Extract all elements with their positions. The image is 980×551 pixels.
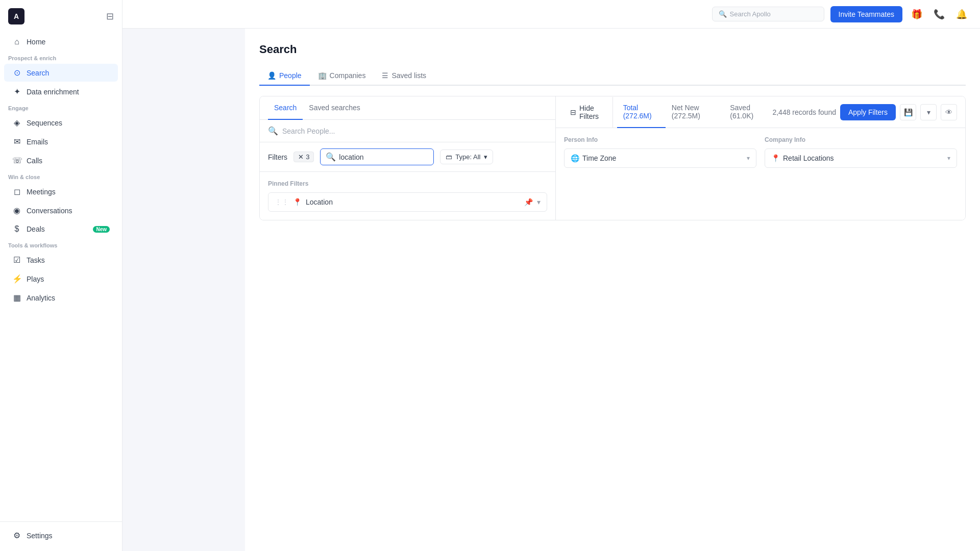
sidebar-item-emails[interactable]: ✉ Emails — [4, 133, 118, 151]
tasks-icon: ☑ — [12, 255, 21, 265]
page-title: Search — [259, 43, 966, 56]
sidebar-bottom: ⚙ Settings — [0, 521, 122, 545]
hide-filters-button[interactable]: ⊟ Hide Filters — [564, 97, 613, 128]
emails-icon: ✉ — [12, 137, 21, 146]
save-search-button[interactable]: 💾 — [900, 104, 916, 120]
timezone-filter-dropdown[interactable]: 🌐 Time Zone ▾ — [564, 148, 756, 168]
sidebar-item-label: Meetings — [27, 188, 56, 196]
plays-icon: ⚡ — [12, 274, 21, 284]
sidebar-section-tools: Tools & workflows — [0, 238, 122, 251]
left-panel-tabs: Search Saved searches — [260, 96, 555, 120]
sidebar-item-label: Settings — [27, 532, 53, 540]
gift-icon[interactable]: 🎁 — [909, 6, 925, 22]
sidebar-item-analytics[interactable]: ▦ Analytics — [4, 289, 118, 307]
more-options-button[interactable]: ▾ — [920, 104, 937, 120]
tab-label: Companies — [330, 71, 366, 80]
main-tabs: 👤 People 🏢 Companies ☰ Saved lists — [259, 66, 966, 86]
filter-item-label: Location — [306, 198, 520, 206]
sidebar-item-label: Deals — [27, 225, 45, 233]
calls-icon: ☏ — [12, 156, 21, 165]
left-tab-saved-searches[interactable]: Saved searches — [303, 96, 366, 120]
filter-item-location[interactable]: ⋮⋮ 📍 Location 📌 ▾ — [268, 192, 547, 212]
filters-label: Filters — [268, 153, 287, 161]
tab-companies[interactable]: 🏢 Companies — [310, 66, 374, 86]
drag-icon: ⋮⋮ — [275, 198, 289, 206]
sidebar-item-conversations[interactable]: ◉ Conversations — [4, 202, 118, 219]
sidebar-item-calls[interactable]: ☏ Calls — [4, 152, 118, 169]
analytics-icon: ▦ — [12, 293, 21, 303]
sidebar-item-deals[interactable]: $ Deals New — [4, 220, 118, 238]
sidebar-item-plays[interactable]: ⚡ Plays — [4, 270, 118, 288]
pinned-filters-section: Pinned Filters ⋮⋮ 📍 Location 📌 ▾ — [260, 172, 555, 220]
search-apollo-input[interactable]: 🔍 Search Apollo — [712, 7, 824, 21]
topbar: 🔍 Search Apollo Invite Teammates 🎁 📞 🔔 — [122, 0, 980, 29]
bell-icon[interactable]: 🔔 — [953, 6, 970, 22]
search-icon: ⊙ — [12, 68, 21, 78]
saved-lists-tab-icon: ☰ — [382, 71, 388, 80]
company-info-column: Company Info 📍 Retail Locations ▾ — [765, 136, 957, 168]
apply-filters-button[interactable]: Apply Filters — [840, 104, 896, 120]
pin-icon: 📌 — [524, 198, 533, 206]
tab-saved-lists[interactable]: ☰ Saved lists — [374, 66, 434, 86]
conversations-icon: ◉ — [12, 206, 21, 215]
sidebar-item-label: Calls — [27, 157, 42, 165]
phone-icon[interactable]: 📞 — [931, 6, 947, 22]
company-info-title: Company Info — [765, 136, 957, 143]
search-apollo-icon: 🔍 — [719, 10, 727, 18]
result-tab-net-new[interactable]: Net New (272.5M) — [666, 96, 724, 128]
search-people-icon: 🔍 — [268, 126, 278, 136]
settings-icon: ⚙ — [12, 531, 21, 540]
sidebar-item-label: Data enrichment — [27, 88, 79, 96]
companies-tab-icon: 🏢 — [318, 71, 327, 80]
sidebar-section-win-close: Win & close — [0, 170, 122, 182]
people-tab-icon: 👤 — [267, 71, 276, 80]
meetings-icon: ◻ — [12, 187, 21, 196]
type-dropdown[interactable]: 🗃 Type: All ▾ — [440, 149, 493, 164]
sidebar-item-label: Emails — [27, 138, 48, 146]
sidebar-item-home[interactable]: ⌂ Home — [4, 33, 118, 51]
sidebar-item-settings[interactable]: ⚙ Settings — [4, 527, 118, 544]
tab-people[interactable]: 👤 People — [259, 66, 310, 86]
sidebar-item-label: Search — [27, 69, 49, 77]
sidebar-item-label: Analytics — [27, 294, 55, 302]
invite-teammates-button[interactable]: Invite Teammates — [830, 6, 902, 22]
result-tab-saved[interactable]: Saved (61.0K) — [724, 96, 772, 128]
sidebar: A ⊟ ⌂ Home Prospect & enrich ⊙ Search ✦ … — [0, 0, 122, 551]
type-dropdown-label: Type: All — [455, 153, 480, 161]
left-tab-search[interactable]: Search — [268, 96, 303, 120]
logo: A — [8, 8, 24, 24]
sidebar-toggle[interactable]: ⊟ — [106, 11, 114, 22]
search-people-input[interactable] — [282, 127, 547, 135]
filters-row: Filters ✕ 3 🔍 🗃 Type: All ▾ — [260, 142, 555, 172]
sidebar-item-label: Plays — [27, 275, 44, 283]
deals-icon: $ — [12, 224, 21, 234]
sidebar-item-meetings[interactable]: ◻ Meetings — [4, 183, 118, 201]
location-search-input[interactable] — [339, 153, 428, 161]
sidebar-item-search[interactable]: ⊙ Search — [4, 64, 118, 82]
timezone-chevron-icon: ▾ — [747, 155, 750, 162]
result-tab-total[interactable]: Total (272.6M) — [617, 96, 666, 128]
retail-locations-filter-dropdown[interactable]: 📍 Retail Locations ▾ — [765, 148, 957, 168]
sidebar-item-label: Tasks — [27, 256, 45, 264]
sidebar-section-engage: Engage — [0, 101, 122, 113]
sidebar-top: A ⊟ — [0, 6, 122, 33]
pinned-filters-title: Pinned Filters — [268, 180, 547, 187]
filter-columns: Person Info 🌐 Time Zone ▾ Company Info 📍… — [556, 128, 965, 176]
sidebar-item-sequences[interactable]: ◈ Sequences — [4, 114, 118, 132]
location-search-icon: 🔍 — [326, 152, 336, 162]
content-layout: Search Saved searches 🔍 Filters ✕ 3 🔍 — [259, 96, 966, 220]
retail-locations-icon: 📍 — [771, 154, 780, 162]
retail-locations-label: Retail Locations — [783, 154, 944, 162]
right-panel-header: ⊟ Hide Filters Total (272.6M) Net New (2… — [556, 96, 965, 128]
view-toggle-button[interactable]: 👁 — [941, 104, 957, 120]
deals-badge: New — [93, 226, 110, 233]
person-info-column: Person Info 🌐 Time Zone ▾ — [564, 136, 756, 168]
type-dropdown-chevron-icon: ▾ — [484, 153, 487, 161]
sidebar-item-data-enrichment[interactable]: ✦ Data enrichment — [4, 83, 118, 101]
sidebar-item-tasks[interactable]: ☑ Tasks — [4, 251, 118, 269]
right-panel-actions: 2,448 records found Apply Filters 💾 ▾ 👁 — [772, 104, 957, 120]
filter-clear-badge[interactable]: ✕ 3 — [293, 152, 314, 162]
main-content: Search 👤 People 🏢 Companies ☰ Saved list… — [245, 29, 980, 551]
person-info-title: Person Info — [564, 136, 756, 143]
timezone-label: Time Zone — [582, 154, 744, 162]
